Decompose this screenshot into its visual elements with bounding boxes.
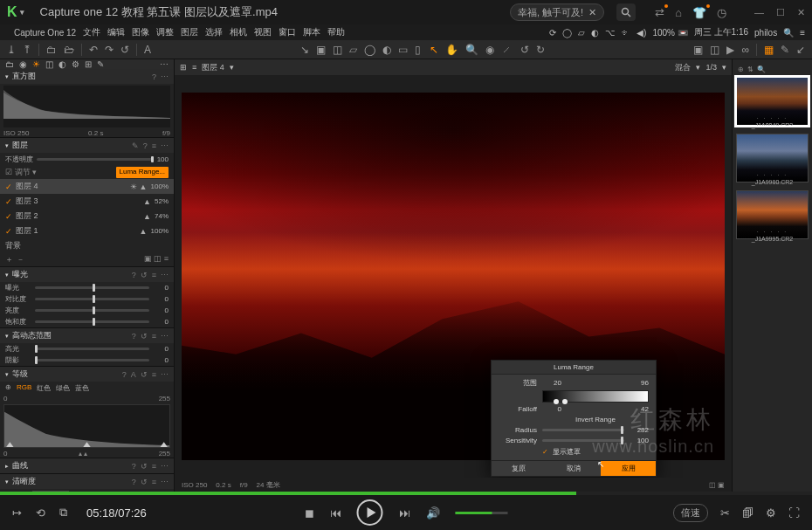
layer-row[interactable]: ✓图层 3▲52% — [0, 194, 174, 209]
mask-tools[interactable]: ▣ ◫ ≡ — [144, 254, 169, 265]
thumbnail[interactable]: · · · · · _J1A9980.CR2 — [736, 134, 809, 189]
slider[interactable] — [35, 320, 149, 323]
user[interactable]: philos — [754, 28, 777, 38]
spotlight-icon[interactable]: 🔍 — [783, 28, 794, 38]
slider[interactable] — [35, 348, 149, 350]
help-icon[interactable]: ? — [143, 141, 148, 150]
app-name[interactable]: Capture One 12 — [14, 28, 76, 38]
tab[interactable]: ◉ — [19, 59, 27, 69]
levels-tab[interactable]: ⊕ — [5, 383, 11, 393]
export-icon[interactable]: ⤒ — [23, 44, 31, 56]
blend-label[interactable]: 混合 — [675, 62, 691, 73]
folder-icon[interactable]: 🗀 — [46, 44, 57, 56]
layer-row[interactable]: ✓图层 1▲100% — [0, 224, 174, 238]
menu-item[interactable]: 调整 — [156, 26, 174, 38]
menu-item[interactable]: 编辑 — [107, 26, 125, 38]
rotate-left-icon[interactable]: ↺ — [520, 44, 529, 56]
g1-icon[interactable]: ▭ — [398, 44, 408, 56]
settings-icon[interactable]: ⚙ — [766, 506, 776, 520]
menu-icon[interactable]: ⋯ — [161, 141, 169, 150]
adjust-tab[interactable]: ☑ 调节 ▾ — [5, 167, 37, 178]
play-button[interactable] — [357, 499, 383, 526]
airplay-icon[interactable]: ▱ — [578, 28, 585, 38]
close-button[interactable]: ✕ — [797, 7, 805, 18]
g2-icon[interactable]: ▯ — [415, 44, 421, 56]
messages-icon[interactable]: ⇄ — [655, 6, 664, 19]
search-icon[interactable]: 🔍 — [757, 65, 766, 73]
tab[interactable]: ◫ — [45, 59, 53, 69]
luma-range-button[interactable]: Luma Range... — [116, 167, 169, 178]
speed-button[interactable]: 倍速 — [673, 504, 708, 522]
layer-row[interactable]: 背景 — [0, 238, 174, 253]
apply-button[interactable]: 应用 — [601, 461, 656, 476]
cloud-icon[interactable]: ⌂ — [675, 6, 682, 19]
menu-item[interactable]: 视图 — [254, 26, 272, 38]
add-tab-icon[interactable]: ⋯ — [160, 59, 169, 69]
search-box[interactable]: 幸福, 触手可及! ✕ — [510, 3, 604, 21]
dnd-icon[interactable]: ◐ — [591, 28, 599, 38]
help-icon[interactable]: ? — [152, 72, 156, 81]
radius-slider[interactable] — [542, 429, 624, 431]
link-icon[interactable]: ∞ — [741, 44, 749, 56]
tab-exposure[interactable]: ☀ — [32, 59, 40, 69]
list-icon[interactable]: ≡ — [192, 63, 196, 72]
reset-button[interactable]: 复原 — [492, 461, 547, 476]
subtitle-icon[interactable]: 🗐 — [742, 506, 754, 520]
volume-icon[interactable]: 🔊 — [426, 506, 440, 520]
luma-range-strip[interactable] — [542, 390, 649, 403]
app-logo[interactable]: K — [7, 4, 24, 20]
keystone-icon[interactable]: ▱ — [349, 44, 357, 56]
filter-icon[interactable]: ⊕ — [738, 65, 744, 73]
bt-icon[interactable]: ⌥ — [605, 28, 616, 38]
tab[interactable]: ⚙ — [72, 59, 79, 69]
cancel-button[interactable]: 取消 — [547, 461, 602, 476]
pin-icon[interactable]: ✎ — [132, 141, 139, 150]
spot-icon[interactable]: ◯ — [364, 44, 375, 56]
menu-item[interactable]: 相机 — [230, 26, 247, 38]
progress-bar[interactable] — [0, 492, 812, 495]
menu-item[interactable]: 脚本 — [303, 26, 320, 38]
skin-icon[interactable]: 👕 — [692, 6, 706, 19]
layer-row[interactable]: ✓图层 4☀ ▲100% — [0, 179, 174, 194]
dual-icon[interactable]: ◫ — [710, 44, 719, 56]
levels-tab[interactable]: 红色 — [37, 383, 51, 393]
thumbnail[interactable]: · · · · · _J1A9995.CR2 — [736, 190, 809, 245]
reset-icon[interactable]: ↺ — [120, 44, 129, 56]
undo-icon[interactable]: ↶ — [89, 44, 98, 56]
rotate-right-icon[interactable]: ↻ — [536, 44, 545, 56]
viewer-icon[interactable]: ▣ — [693, 44, 703, 56]
tab[interactable]: ✎ — [97, 59, 104, 69]
ratio[interactable]: 1/3 — [705, 63, 717, 72]
straighten-icon[interactable]: ◫ — [333, 44, 342, 56]
pointer-icon[interactable]: ↖ — [430, 44, 438, 56]
redo-icon[interactable]: ↷ — [105, 44, 114, 56]
crop-icon[interactable]: ▣ — [316, 44, 326, 56]
zoom-icon[interactable]: 🔍 — [465, 44, 478, 56]
menu-item[interactable]: 图像 — [132, 26, 149, 38]
levels-tab[interactable]: RGB — [17, 383, 31, 393]
levels-chart[interactable] — [3, 404, 170, 448]
menu-icon[interactable]: ⋯ — [161, 72, 169, 81]
history-icon[interactable]: ◷ — [717, 6, 726, 19]
datetime[interactable]: 周三 上午1:16 — [694, 26, 748, 38]
slider[interactable] — [35, 359, 149, 361]
arrow-icon[interactable]: ↘ — [300, 44, 309, 56]
mask-icon[interactable]: ◐ — [382, 44, 391, 56]
prev-file-icon[interactable]: ↦ — [12, 506, 22, 520]
search-button[interactable] — [616, 3, 636, 21]
tab[interactable]: 🗀 — [5, 59, 14, 69]
grid-icon[interactable]: ⊞ — [180, 63, 187, 72]
tools-icon[interactable]: ↙ — [796, 44, 805, 56]
check-icon[interactable]: ✓ — [542, 448, 548, 456]
volume-slider[interactable] — [456, 512, 508, 514]
stop-button[interactable]: ◼ — [305, 506, 314, 520]
picker-icon[interactable]: ◉ — [485, 44, 494, 56]
dropper-icon[interactable]: ⟋ — [501, 44, 512, 56]
sort-icon[interactable]: ⇅ — [747, 65, 754, 73]
import-icon[interactable]: ⤓ — [7, 44, 16, 56]
text-icon[interactable]: A — [144, 44, 151, 56]
slider[interactable] — [35, 309, 149, 312]
fullscreen-icon[interactable]: ⛶ — [788, 506, 800, 520]
playlist-icon[interactable]: ⧉ — [59, 506, 67, 520]
menu-item[interactable]: 图层 — [181, 26, 198, 38]
